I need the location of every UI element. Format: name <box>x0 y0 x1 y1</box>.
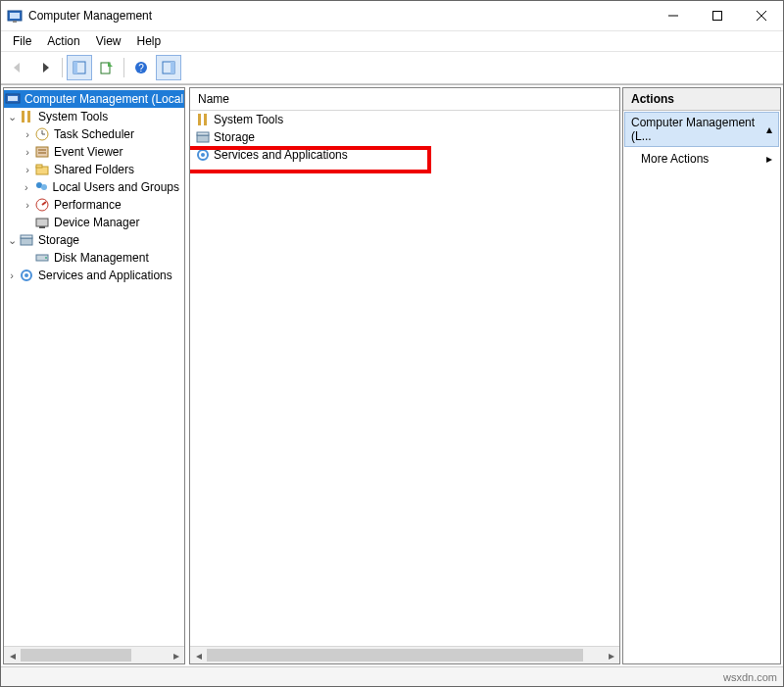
services-icon <box>195 147 211 163</box>
disk-mgmt-icon <box>34 250 50 266</box>
nav-forward-button[interactable] <box>32 55 58 80</box>
svg-rect-30 <box>36 219 48 226</box>
tree-device-manager-label: Device Manager <box>53 216 140 229</box>
svg-rect-33 <box>21 235 32 238</box>
menu-action[interactable]: Action <box>39 32 87 50</box>
tree-services-apps-label: Services and Applications <box>37 269 173 282</box>
list-item-label: Storage <box>214 130 255 144</box>
clock-icon <box>34 126 50 142</box>
expander-icon[interactable]: › <box>21 181 31 193</box>
svg-point-27 <box>41 184 47 190</box>
users-icon <box>33 179 49 195</box>
tree-root-label: Computer Management (Local <box>24 92 184 106</box>
svg-point-37 <box>24 273 28 277</box>
app-icon <box>7 8 23 24</box>
minimize-button[interactable] <box>651 2 695 30</box>
system-tools-icon <box>195 112 211 127</box>
event-viewer-icon <box>34 144 50 160</box>
list-item-system-tools[interactable]: System Tools <box>190 111 619 128</box>
scroll-left-button[interactable]: ◂ <box>4 647 21 663</box>
svg-rect-17 <box>27 111 30 123</box>
tree-local-users[interactable]: › Local Users and Groups <box>4 178 184 196</box>
show-hide-action-pane-button[interactable] <box>156 55 181 80</box>
watermark-text: wsxdn.com <box>723 671 777 683</box>
list-body[interactable]: System Tools Storage Services and Applic… <box>190 111 619 646</box>
status-bar: wsxdn.com <box>1 666 783 686</box>
tree-system-tools[interactable]: ⌄ System Tools <box>4 108 184 125</box>
tree-event-viewer-label: Event Viewer <box>53 145 123 159</box>
tree-system-tools-label: System Tools <box>37 110 109 123</box>
tree-device-manager[interactable]: Device Manager <box>4 214 184 231</box>
nav-back-button[interactable] <box>5 55 30 80</box>
actions-context-label: Computer Management (L... <box>631 116 766 143</box>
window-root: Computer Management File Action View Hel… <box>0 0 784 687</box>
expander-icon[interactable]: › <box>22 128 33 140</box>
close-button[interactable] <box>739 2 783 30</box>
scroll-right-button[interactable]: ▸ <box>603 647 619 663</box>
export-list-button[interactable] <box>94 55 120 80</box>
tree-shared-folders[interactable]: › Shared Folders <box>4 161 184 178</box>
tree-hscrollbar[interactable]: ◂ ▸ <box>4 646 184 663</box>
menu-file[interactable]: File <box>5 32 39 50</box>
performance-icon <box>34 197 50 213</box>
tree-performance[interactable]: › Performance <box>4 196 184 214</box>
toolbar-separator <box>62 58 63 77</box>
tree-local-users-label: Local Users and Groups <box>52 180 180 194</box>
storage-icon <box>19 232 34 248</box>
list-column-header[interactable]: Name <box>190 88 619 111</box>
list-item-label: Services and Applications <box>214 148 348 162</box>
expander-icon[interactable]: › <box>6 270 18 281</box>
svg-rect-16 <box>22 111 24 123</box>
list-item-storage[interactable]: Storage <box>190 128 619 146</box>
expander-icon[interactable]: › <box>22 199 33 211</box>
maximize-button[interactable] <box>695 2 739 30</box>
expander-icon[interactable]: › <box>22 164 33 175</box>
list-item-services-apps[interactable]: Services and Applications <box>190 146 619 164</box>
list-pane: Name System Tools Storage Services and A… <box>189 87 620 664</box>
show-hide-tree-button[interactable] <box>67 55 92 80</box>
tree-event-viewer[interactable]: › Event Viewer <box>4 143 184 161</box>
actions-context-header[interactable]: Computer Management (L... ▴ <box>624 112 779 147</box>
action-more-actions[interactable]: More Actions ▸ <box>623 148 780 170</box>
scroll-right-button[interactable]: ▸ <box>168 647 184 663</box>
list-item-label: System Tools <box>214 113 283 126</box>
tree-root[interactable]: Computer Management (Local <box>4 90 184 108</box>
system-tools-icon <box>19 109 34 124</box>
expander-icon[interactable]: › <box>22 146 33 158</box>
submenu-arrow-icon: ▸ <box>766 152 772 166</box>
scroll-left-button[interactable]: ◂ <box>190 647 207 663</box>
collapse-icon[interactable]: ▴ <box>766 123 772 136</box>
device-manager-icon <box>34 215 50 230</box>
scroll-track[interactable] <box>207 647 603 663</box>
client-area: Computer Management (Local ⌄ System Tool… <box>1 84 783 666</box>
expander-icon[interactable]: ⌄ <box>6 234 18 247</box>
svg-rect-40 <box>197 135 209 142</box>
expander-icon[interactable]: ⌄ <box>6 111 18 123</box>
list-hscrollbar[interactable]: ◂ ▸ <box>190 646 619 663</box>
titlebar[interactable]: Computer Management <box>1 1 783 31</box>
svg-rect-21 <box>36 147 48 157</box>
tree-pane: Computer Management (Local ⌄ System Tool… <box>3 87 185 664</box>
list-header-name: Name <box>198 92 229 106</box>
tree-task-scheduler[interactable]: › Task Scheduler <box>4 125 184 143</box>
toolbar: ? <box>1 52 783 84</box>
svg-rect-31 <box>39 226 45 228</box>
help-button[interactable]: ? <box>128 55 154 80</box>
svg-rect-2 <box>13 21 17 23</box>
shared-folders-icon <box>34 162 50 177</box>
svg-rect-15 <box>8 96 18 101</box>
svg-rect-1 <box>10 13 20 19</box>
toolbar-separator <box>123 58 124 77</box>
menu-help[interactable]: Help <box>129 32 170 50</box>
tree-disk-management[interactable]: Disk Management <box>4 249 184 267</box>
console-tree[interactable]: Computer Management (Local ⌄ System Tool… <box>4 88 184 646</box>
tree-storage-label: Storage <box>37 233 80 247</box>
menu-view[interactable]: View <box>88 32 129 50</box>
tree-storage[interactable]: ⌄ Storage <box>4 231 184 249</box>
scroll-track[interactable] <box>21 647 168 663</box>
tree-shared-folders-label: Shared Folders <box>53 163 135 176</box>
tree-services-apps[interactable]: › Services and Applications <box>4 267 184 284</box>
actions-pane-title: Actions <box>623 88 780 111</box>
storage-icon <box>195 129 211 145</box>
svg-text:?: ? <box>138 63 144 74</box>
